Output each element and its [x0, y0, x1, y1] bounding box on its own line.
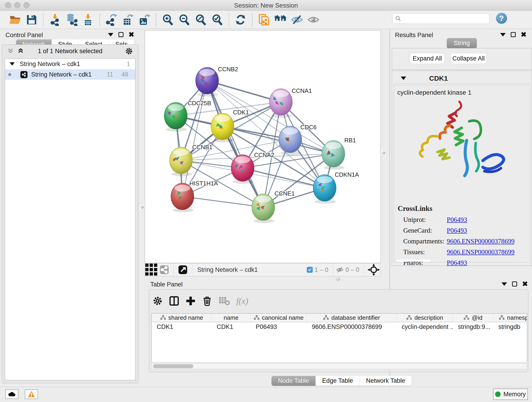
network-collection-row[interactable]: String Network – cdk1 1: [5, 59, 135, 69]
save-session-button[interactable]: [23, 12, 40, 27]
table-options-gear-icon[interactable]: [152, 296, 163, 306]
show-columns-icon[interactable]: [169, 296, 179, 306]
zoom-in-button[interactable]: [159, 12, 176, 27]
table-panel-close-icon[interactable]: ✖: [522, 281, 528, 287]
network-node-ccna1[interactable]: CCNA1: [269, 87, 312, 118]
function-builder-button[interactable]: f(x): [236, 296, 248, 306]
network-node-rb1[interactable]: RB1: [322, 137, 356, 170]
import-network-button[interactable]: [47, 12, 63, 27]
column-header-shared-name[interactable]: shared name: [152, 313, 212, 322]
results-scrollbar[interactable]: [396, 259, 431, 262]
zoom-selected-button[interactable]: [209, 12, 225, 27]
column-header-name[interactable]: name: [212, 313, 251, 322]
node-label-cdc25b: CDC25B: [188, 100, 211, 107]
network-selection-status: 1 of 1 Network selected: [2, 48, 138, 55]
share-view-icon: [160, 265, 169, 274]
network-node-cdc25b[interactable]: CDC25B: [164, 100, 211, 132]
selected-nodes-checkbox[interactable]: [307, 267, 313, 273]
results-panel-float-icon[interactable]: [511, 32, 516, 37]
table-scrollbar-thumb[interactable]: [153, 364, 193, 368]
tab-node-table[interactable]: Node Table: [272, 376, 316, 386]
network-graph[interactable]: CCNB2CCNA1CDC25BCDK1CDC6RB1CCNB1CCNA2CDK…: [145, 31, 380, 263]
column-header-@id[interactable]: @id: [453, 313, 493, 322]
table-cell[interactable]: CDK1: [152, 322, 212, 332]
birds-eye-view-button[interactable]: [177, 264, 189, 276]
network-node-cdkn1a[interactable]: CDKN1A: [313, 171, 359, 204]
table-row[interactable]: CDK1CDK1P064939606.ENSP00000378699cyclin…: [152, 322, 527, 332]
show-grid-button[interactable]: [145, 264, 158, 276]
column-header-database-identifier[interactable]: database identifier: [307, 313, 397, 322]
table-cell[interactable]: P06493: [251, 322, 307, 332]
expand-all-button[interactable]: Expand All: [410, 53, 445, 64]
network-view-mode-button[interactable]: [158, 264, 171, 276]
export-table-button[interactable]: [120, 12, 136, 27]
network-canvas[interactable]: CCNB2CCNA1CDC25BCDK1CDC6RB1CCNB1CCNA2CDK…: [145, 30, 381, 263]
network-edge[interactable]: [182, 81, 207, 196]
crosslink-link[interactable]: 9606.ENSP00000378699: [447, 248, 515, 256]
help-button[interactable]: ?: [496, 13, 507, 24]
crosslink-link[interactable]: P06493: [447, 227, 467, 234]
network-row[interactable]: String Network – cdk1 11 48: [5, 69, 135, 80]
network-options-gear-icon[interactable]: [125, 47, 133, 55]
table-cell[interactable]: CDK1: [212, 322, 251, 332]
table-cell[interactable]: stringdb:9...: [453, 322, 493, 332]
table-cell[interactable]: 9606.ENSP00000378699: [307, 322, 397, 332]
control-panel-close-icon[interactable]: ✖: [128, 32, 134, 37]
crosslink-link[interactable]: P06493: [447, 216, 467, 223]
export-image-button[interactable]: [136, 12, 152, 27]
crosslink-label: Tissues:: [403, 248, 447, 256]
network-node-ccnb1[interactable]: CCNB1: [170, 144, 212, 176]
column-header-canonical-name[interactable]: canonical name: [251, 313, 307, 322]
collapse-all-button[interactable]: Collapse All: [450, 53, 487, 64]
column-header-namespace[interactable]: namespace: [493, 313, 527, 322]
delete-table-icon[interactable]: [218, 296, 230, 306]
open-session-button[interactable]: [7, 12, 23, 27]
network-edge[interactable]: [207, 81, 263, 207]
save-icon: [25, 13, 38, 26]
import-table-button[interactable]: [80, 12, 96, 27]
results-panel-menu-icon[interactable]: [500, 33, 506, 36]
search-input[interactable]: [403, 15, 486, 22]
collection-disclosure-icon[interactable]: [10, 62, 15, 65]
clone-network-button[interactable]: [256, 12, 272, 27]
memory-button[interactable]: Memory: [493, 389, 528, 400]
add-column-plus-icon[interactable]: [185, 296, 196, 306]
export-network-button[interactable]: [103, 12, 120, 27]
export-network-icon: [105, 13, 118, 26]
import-network-from-database-button[interactable]: [63, 12, 80, 27]
fit-selected-button[interactable]: [367, 264, 380, 276]
show-all-button[interactable]: [305, 12, 322, 27]
zoom-out-button[interactable]: [176, 12, 192, 27]
network-view-title: String Network – cdk1: [197, 266, 307, 274]
column-header-description[interactable]: description: [397, 313, 453, 322]
network-node-ccnb2[interactable]: CCNB2: [196, 66, 238, 96]
cloud-status-button[interactable]: [5, 389, 19, 399]
results-panel-close-icon[interactable]: ✖: [521, 32, 526, 37]
tab-edge-table[interactable]: Edge Table: [316, 376, 360, 386]
apply-layout-button[interactable]: [232, 12, 249, 27]
hide-selected-button[interactable]: [289, 12, 305, 27]
gene-disclosure-icon[interactable]: [401, 77, 406, 80]
left-splitter-handle[interactable]: [139, 204, 145, 210]
table-cell[interactable]: stringdb: [493, 322, 527, 332]
warnings-button[interactable]: [25, 389, 38, 399]
table-panel-float-icon[interactable]: [512, 281, 517, 287]
zoom-fit-button[interactable]: [192, 12, 209, 27]
delete-column-trash-icon[interactable]: [202, 296, 212, 306]
network-node-hist1h1a[interactable]: HIST1H1A: [171, 180, 218, 212]
control-panel-float-icon[interactable]: [119, 32, 123, 37]
tab-string[interactable]: String: [447, 38, 477, 48]
string-protein-query-button[interactable]: [272, 12, 289, 27]
table-horizontal-scrollbar[interactable]: [152, 363, 527, 369]
table-panel-menu-icon[interactable]: [501, 282, 507, 286]
crosslink-link[interactable]: P06493: [447, 259, 467, 267]
tab-network-table[interactable]: Network Table: [360, 376, 412, 386]
network-edge[interactable]: [182, 196, 263, 207]
network-current-dot-icon: [8, 73, 11, 76]
crosslink-link[interactable]: 9606.ENSP00000378699: [447, 237, 515, 245]
table-cell[interactable]: cyclin-dependent ...: [397, 322, 453, 332]
crosslink-label: Uniprot:: [403, 216, 447, 223]
right-splitter-handle[interactable]: [381, 150, 386, 155]
search-field[interactable]: [392, 13, 489, 24]
control-panel-menu-icon[interactable]: [108, 33, 114, 36]
